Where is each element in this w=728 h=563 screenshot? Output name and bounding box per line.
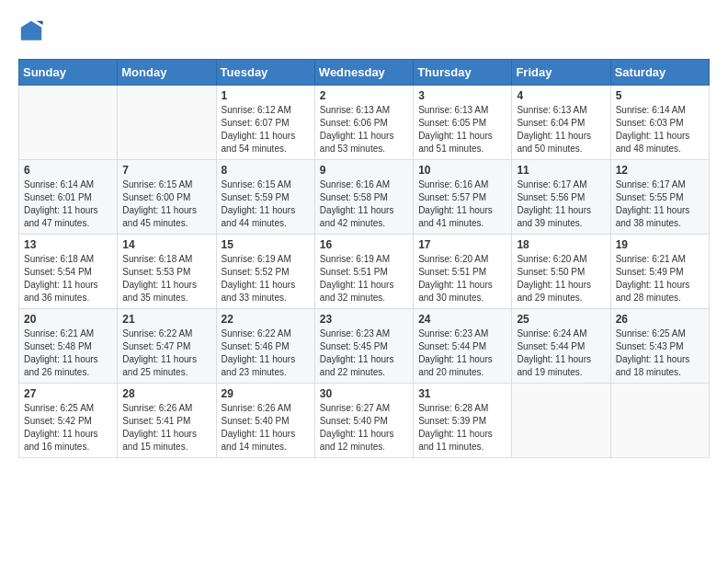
day-info: Sunrise: 6:14 AM Sunset: 6:03 PM Dayligh… xyxy=(616,104,704,155)
day-info: Sunrise: 6:25 AM Sunset: 5:43 PM Dayligh… xyxy=(616,327,704,379)
day-number: 2 xyxy=(320,89,408,102)
calendar-cell: 19Sunrise: 6:21 AM Sunset: 5:49 PM Dayli… xyxy=(610,235,709,309)
day-number: 23 xyxy=(320,313,408,326)
day-number: 12 xyxy=(616,164,704,177)
calendar-cell: 31Sunrise: 6:28 AM Sunset: 5:39 PM Dayli… xyxy=(414,384,512,458)
day-info: Sunrise: 6:14 AM Sunset: 6:01 PM Dayligh… xyxy=(24,178,112,230)
day-number: 3 xyxy=(418,89,506,102)
calendar-cell: 18Sunrise: 6:20 AM Sunset: 5:50 PM Dayli… xyxy=(512,235,610,309)
calendar-cell xyxy=(19,86,118,160)
day-number: 4 xyxy=(517,89,605,102)
calendar-cell: 29Sunrise: 6:26 AM Sunset: 5:40 PM Dayli… xyxy=(216,384,314,458)
day-number: 15 xyxy=(222,238,310,251)
calendar-cell: 30Sunrise: 6:27 AM Sunset: 5:40 PM Dayli… xyxy=(314,384,413,458)
logo-icon xyxy=(18,18,44,44)
week-row-3: 13Sunrise: 6:18 AM Sunset: 5:54 PM Dayli… xyxy=(19,235,710,309)
weekday-saturday: Saturday xyxy=(610,60,709,86)
calendar: SundayMondayTuesdayWednesdayThursdayFrid… xyxy=(18,59,710,458)
weekday-header: SundayMondayTuesdayWednesdayThursdayFrid… xyxy=(19,60,710,86)
day-info: Sunrise: 6:21 AM Sunset: 5:49 PM Dayligh… xyxy=(616,253,704,304)
calendar-cell: 26Sunrise: 6:25 AM Sunset: 5:43 PM Dayli… xyxy=(610,309,709,384)
day-number: 28 xyxy=(122,387,210,400)
day-number: 6 xyxy=(24,164,112,177)
day-number: 8 xyxy=(222,164,310,177)
calendar-cell xyxy=(512,384,610,458)
day-info: Sunrise: 6:27 AM Sunset: 5:40 PM Dayligh… xyxy=(320,402,408,454)
day-info: Sunrise: 6:26 AM Sunset: 5:40 PM Dayligh… xyxy=(222,402,310,454)
day-number: 13 xyxy=(24,238,112,251)
calendar-cell: 14Sunrise: 6:18 AM Sunset: 5:53 PM Dayli… xyxy=(118,235,216,309)
weekday-monday: Monday xyxy=(118,60,216,86)
day-info: Sunrise: 6:13 AM Sunset: 6:04 PM Dayligh… xyxy=(517,104,605,155)
day-number: 19 xyxy=(616,238,704,251)
calendar-cell: 27Sunrise: 6:25 AM Sunset: 5:42 PM Dayli… xyxy=(19,384,118,458)
day-number: 31 xyxy=(418,387,506,400)
calendar-cell: 1Sunrise: 6:12 AM Sunset: 6:07 PM Daylig… xyxy=(216,86,314,160)
day-number: 20 xyxy=(24,313,112,326)
calendar-cell: 2Sunrise: 6:13 AM Sunset: 6:06 PM Daylig… xyxy=(314,86,413,160)
day-info: Sunrise: 6:26 AM Sunset: 5:41 PM Dayligh… xyxy=(122,402,210,454)
day-info: Sunrise: 6:18 AM Sunset: 5:53 PM Dayligh… xyxy=(122,253,210,304)
day-number: 21 xyxy=(122,313,210,326)
day-info: Sunrise: 6:23 AM Sunset: 5:45 PM Dayligh… xyxy=(320,327,408,379)
day-number: 11 xyxy=(517,164,605,177)
logo xyxy=(18,18,48,44)
calendar-cell: 13Sunrise: 6:18 AM Sunset: 5:54 PM Dayli… xyxy=(19,235,118,309)
day-number: 26 xyxy=(616,313,704,326)
day-number: 27 xyxy=(24,387,112,400)
day-info: Sunrise: 6:22 AM Sunset: 5:47 PM Dayligh… xyxy=(122,327,210,379)
calendar-cell: 24Sunrise: 6:23 AM Sunset: 5:44 PM Dayli… xyxy=(414,309,512,384)
calendar-cell: 10Sunrise: 6:16 AM Sunset: 5:57 PM Dayli… xyxy=(414,160,512,235)
calendar-cell xyxy=(610,384,709,458)
week-row-5: 27Sunrise: 6:25 AM Sunset: 5:42 PM Dayli… xyxy=(19,384,710,458)
day-number: 7 xyxy=(122,164,210,177)
week-row-1: 1Sunrise: 6:12 AM Sunset: 6:07 PM Daylig… xyxy=(19,86,710,160)
svg-marker-0 xyxy=(21,21,41,40)
day-info: Sunrise: 6:12 AM Sunset: 6:07 PM Dayligh… xyxy=(222,104,310,155)
calendar-cell: 28Sunrise: 6:26 AM Sunset: 5:41 PM Dayli… xyxy=(118,384,216,458)
calendar-cell: 15Sunrise: 6:19 AM Sunset: 5:52 PM Dayli… xyxy=(216,235,314,309)
calendar-cell: 4Sunrise: 6:13 AM Sunset: 6:04 PM Daylig… xyxy=(512,86,610,160)
week-row-2: 6Sunrise: 6:14 AM Sunset: 6:01 PM Daylig… xyxy=(19,160,710,235)
day-number: 1 xyxy=(222,89,310,102)
day-info: Sunrise: 6:15 AM Sunset: 5:59 PM Dayligh… xyxy=(222,178,310,230)
calendar-cell: 12Sunrise: 6:17 AM Sunset: 5:55 PM Dayli… xyxy=(610,160,709,235)
weekday-thursday: Thursday xyxy=(414,60,512,86)
day-info: Sunrise: 6:16 AM Sunset: 5:57 PM Dayligh… xyxy=(418,178,506,230)
day-number: 17 xyxy=(418,238,506,251)
day-number: 25 xyxy=(517,313,605,326)
day-info: Sunrise: 6:19 AM Sunset: 5:51 PM Dayligh… xyxy=(320,253,408,304)
calendar-cell: 20Sunrise: 6:21 AM Sunset: 5:48 PM Dayli… xyxy=(19,309,118,384)
day-info: Sunrise: 6:17 AM Sunset: 5:56 PM Dayligh… xyxy=(517,178,605,230)
day-info: Sunrise: 6:13 AM Sunset: 6:05 PM Dayligh… xyxy=(418,104,506,155)
day-info: Sunrise: 6:17 AM Sunset: 5:55 PM Dayligh… xyxy=(616,178,704,230)
day-number: 22 xyxy=(222,313,310,326)
day-info: Sunrise: 6:28 AM Sunset: 5:39 PM Dayligh… xyxy=(418,402,506,454)
day-number: 18 xyxy=(517,238,605,251)
calendar-cell: 7Sunrise: 6:15 AM Sunset: 6:00 PM Daylig… xyxy=(118,160,216,235)
svg-marker-1 xyxy=(37,21,43,25)
calendar-cell: 16Sunrise: 6:19 AM Sunset: 5:51 PM Dayli… xyxy=(314,235,413,309)
calendar-cell: 3Sunrise: 6:13 AM Sunset: 6:05 PM Daylig… xyxy=(414,86,512,160)
day-info: Sunrise: 6:15 AM Sunset: 6:00 PM Dayligh… xyxy=(122,178,210,230)
day-number: 16 xyxy=(320,238,408,251)
calendar-cell: 8Sunrise: 6:15 AM Sunset: 5:59 PM Daylig… xyxy=(216,160,314,235)
calendar-cell: 9Sunrise: 6:16 AM Sunset: 5:58 PM Daylig… xyxy=(314,160,413,235)
day-info: Sunrise: 6:13 AM Sunset: 6:06 PM Dayligh… xyxy=(320,104,408,155)
calendar-cell: 21Sunrise: 6:22 AM Sunset: 5:47 PM Dayli… xyxy=(118,309,216,384)
day-info: Sunrise: 6:16 AM Sunset: 5:58 PM Dayligh… xyxy=(320,178,408,230)
calendar-cell: 17Sunrise: 6:20 AM Sunset: 5:51 PM Dayli… xyxy=(414,235,512,309)
week-row-4: 20Sunrise: 6:21 AM Sunset: 5:48 PM Dayli… xyxy=(19,309,710,384)
calendar-cell: 22Sunrise: 6:22 AM Sunset: 5:46 PM Dayli… xyxy=(216,309,314,384)
day-number: 10 xyxy=(418,164,506,177)
day-number: 29 xyxy=(222,387,310,400)
weekday-wednesday: Wednesday xyxy=(314,60,413,86)
calendar-cell xyxy=(118,86,216,160)
calendar-body: 1Sunrise: 6:12 AM Sunset: 6:07 PM Daylig… xyxy=(19,86,710,458)
day-info: Sunrise: 6:19 AM Sunset: 5:52 PM Dayligh… xyxy=(222,253,310,304)
day-info: Sunrise: 6:20 AM Sunset: 5:50 PM Dayligh… xyxy=(517,253,605,304)
calendar-cell: 23Sunrise: 6:23 AM Sunset: 5:45 PM Dayli… xyxy=(314,309,413,384)
day-info: Sunrise: 6:18 AM Sunset: 5:54 PM Dayligh… xyxy=(24,253,112,304)
calendar-cell: 6Sunrise: 6:14 AM Sunset: 6:01 PM Daylig… xyxy=(19,160,118,235)
page-header xyxy=(18,18,710,44)
